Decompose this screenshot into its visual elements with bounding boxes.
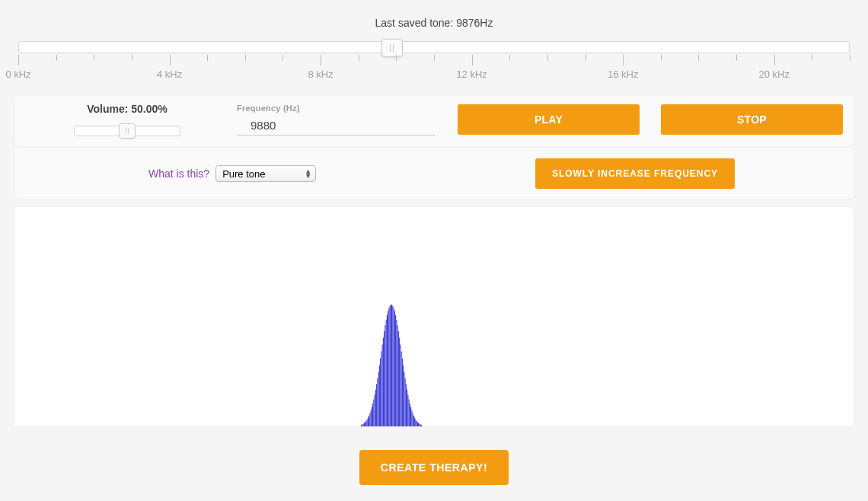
svg-rect-57 (415, 420, 416, 426)
last-saved-tone: Last saved tone: 9876Hz (0, 0, 868, 41)
svg-rect-44 (403, 365, 404, 426)
svg-rect-23 (383, 338, 384, 426)
saved-value: 9876 (456, 17, 480, 29)
svg-rect-9 (369, 413, 370, 426)
play-button[interactable]: PLAY (458, 104, 640, 135)
svg-rect-34 (394, 308, 394, 426)
svg-rect-14 (375, 394, 375, 426)
tick-label: 20 kHz (758, 69, 789, 80)
svg-rect-28 (388, 311, 388, 426)
control-panel: Volume: 50.00% Frequency (Hz) PLAY STOP (14, 94, 854, 148)
svg-rect-53 (411, 410, 412, 426)
svg-rect-43 (402, 359, 403, 426)
svg-rect-8 (369, 416, 369, 426)
svg-rect-33 (392, 306, 393, 426)
svg-rect-3 (364, 423, 365, 426)
svg-rect-31 (391, 305, 391, 426)
svg-rect-32 (391, 305, 392, 426)
svg-rect-21 (381, 351, 381, 426)
svg-rect-10 (371, 410, 372, 426)
spectrum-chart (14, 206, 854, 427)
svg-rect-39 (398, 331, 399, 426)
svg-rect-20 (380, 359, 381, 426)
svg-rect-59 (417, 422, 418, 426)
svg-rect-41 (400, 344, 400, 426)
svg-rect-18 (378, 372, 379, 426)
what-is-this-link[interactable]: What is this? (148, 168, 209, 180)
svg-rect-58 (416, 421, 417, 426)
stop-button[interactable]: STOP (661, 104, 843, 135)
svg-rect-24 (384, 331, 385, 426)
tick-label: 0 kHz (5, 69, 30, 80)
svg-rect-6 (367, 420, 368, 426)
svg-rect-51 (410, 404, 410, 426)
tone-type-select-wrap[interactable]: Pure tone ▲▼ (215, 165, 316, 182)
frequency-slider-track[interactable] (18, 41, 850, 53)
svg-rect-60 (418, 423, 419, 426)
svg-rect-13 (373, 399, 374, 426)
svg-rect-56 (414, 418, 415, 426)
volume-label: Volume: 50.00% (87, 103, 168, 115)
svg-rect-49 (407, 394, 408, 426)
svg-rect-19 (379, 365, 380, 426)
svg-rect-1 (362, 424, 362, 426)
tone-type-select[interactable]: Pure tone (215, 165, 316, 182)
frequency-input[interactable] (237, 116, 435, 136)
svg-rect-25 (385, 325, 385, 426)
svg-rect-48 (407, 390, 407, 426)
svg-rect-63 (421, 425, 422, 426)
svg-rect-62 (420, 424, 421, 426)
svg-rect-12 (372, 404, 373, 426)
svg-rect-5 (365, 421, 366, 426)
svg-rect-7 (368, 418, 369, 426)
frequency-ticks (18, 55, 850, 67)
svg-rect-11 (372, 407, 372, 426)
volume-slider[interactable] (74, 126, 180, 136)
svg-rect-37 (396, 320, 397, 426)
volume-slider-handle[interactable] (119, 123, 136, 139)
frequency-input-label: Frequency (Hz) (237, 104, 458, 113)
svg-rect-36 (395, 315, 396, 426)
svg-rect-27 (387, 315, 388, 426)
svg-rect-52 (410, 407, 411, 426)
svg-rect-2 (363, 424, 364, 426)
frequency-slider[interactable]: 0 kHz4 kHz8 kHz12 kHz16 kHz20 kHz (18, 41, 850, 94)
svg-rect-45 (404, 372, 404, 426)
svg-rect-0 (361, 425, 362, 426)
tone-type-panel: What is this? Pure tone ▲▼ SLOWLY INCREA… (14, 148, 854, 200)
svg-rect-30 (390, 306, 391, 426)
tick-label: 12 kHz (456, 69, 487, 80)
create-therapy-button[interactable]: CREATE THERAPY! (359, 450, 509, 485)
svg-rect-22 (382, 344, 383, 426)
svg-rect-17 (377, 378, 378, 426)
svg-rect-55 (413, 416, 414, 426)
tick-label: 8 kHz (308, 69, 333, 80)
svg-rect-54 (413, 413, 413, 426)
spectrum-bars (14, 207, 854, 426)
saved-suffix: Hz (480, 17, 493, 29)
svg-rect-42 (401, 351, 402, 426)
svg-rect-40 (399, 338, 400, 426)
frequency-tick-labels: 0 kHz4 kHz8 kHz12 kHz16 kHz20 kHz (18, 69, 850, 82)
tick-label: 16 kHz (608, 69, 638, 80)
svg-rect-46 (405, 378, 406, 426)
tick-label: 4 kHz (157, 69, 182, 80)
svg-rect-16 (376, 384, 377, 426)
svg-rect-38 (397, 325, 398, 426)
saved-prefix: Last saved tone: (375, 17, 457, 29)
svg-rect-61 (419, 424, 420, 426)
svg-rect-26 (386, 320, 387, 426)
svg-rect-4 (365, 422, 365, 426)
svg-rect-15 (375, 390, 376, 426)
svg-rect-47 (406, 384, 407, 426)
svg-rect-29 (388, 308, 389, 426)
svg-rect-35 (394, 311, 395, 426)
svg-rect-50 (409, 399, 410, 426)
slowly-increase-frequency-button[interactable]: SLOWLY INCREASE FREQUENCY (535, 158, 735, 189)
